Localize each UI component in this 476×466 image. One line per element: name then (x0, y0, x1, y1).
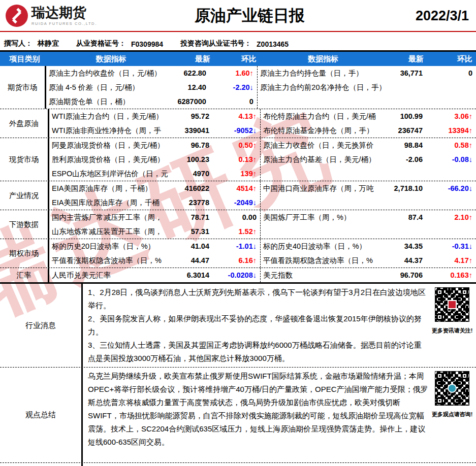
table-header: 项目类别 数据指标 最新 环比 数据指标 最新 环比 (0, 52, 476, 66)
category-label: 下游数据 (0, 210, 49, 239)
latest-value: 41.04 (173, 242, 224, 250)
section-label-industry: 行业消息 (0, 284, 83, 367)
group-rows: 原油主力合约收盘价（日，元/桶）622.801.60↑原油 4-5 价差（日，元… (46, 66, 476, 109)
latest-value: 6287000 (170, 97, 220, 106)
change-value: -2.20↓ (220, 83, 257, 91)
indicator-label: 平值看涨期权隐含波动率（日，% (49, 256, 173, 265)
latest-value: 36,771 (386, 69, 437, 77)
indicator-label: EIA美国库欣原油库存（周，千桶 (49, 198, 173, 208)
latest-value: 96.78 (173, 141, 224, 149)
table-row: 人民币兑美元汇率6.3014-0.0208↓ (49, 268, 260, 282)
group-rows: 人民币兑美元汇率6.3014-0.0208↓美元指数96.7060.163↑ (49, 268, 476, 282)
table-row: 布伦特原油主力合约（日，美元/桶100.993.06↑ (261, 109, 476, 123)
qr-code-viewpoint (435, 371, 469, 406)
report-content: 瑞达期货 RUIDA FUTURES CO.,LTD. 原油产业链日报 2022… (0, 0, 476, 466)
change-value: 2.10↑ (437, 213, 476, 221)
latest-value: -2.06 (386, 155, 437, 163)
indicator-label: 人民币兑美元汇率 (49, 271, 173, 280)
half-right: 原油主力收盘价（日，美元换算价98.840.58↑原油主力合约基差（日，美元/桶… (260, 138, 476, 181)
half-left: 阿曼原油现货价格（日，美元/桶）96.780.50↑胜利原油现货价格（日，美元/… (49, 138, 260, 181)
indicator-label: WTI原油非商业性净持仓（周，手 (49, 126, 173, 136)
half-right: 美元指数96.7060.163↑ (260, 268, 476, 282)
qr-caption-viewpoint: 更多观点请咨询! (432, 411, 473, 418)
latest-value: 100.23 (173, 155, 224, 163)
table-row: WTI原油非商业性净持仓（周，手339041-9052↓ (49, 123, 260, 138)
category-label: 期货市场 (0, 66, 46, 109)
latest-value: 12.40 (170, 83, 220, 91)
qr-finder-icon (436, 314, 443, 320)
group-rows: WTI原油主力合约（日，美元/桶）95.724.13↑WTI原油非商业性净持仓（… (49, 109, 476, 138)
section-viewpoint: 观点总结 乌克兰局势继续升级，欧美宣布禁止俄罗斯使用SWIFT国际结算系统，金融… (0, 367, 476, 462)
indicator-label: 美国炼厂开工率（周，%） (261, 213, 386, 222)
qr-finder-icon (436, 289, 443, 295)
col-latest-right: 最新 (386, 54, 437, 64)
section-label-focus: 重点关注 (0, 463, 83, 466)
section-label-viewpoint: 观点总结 (0, 368, 83, 462)
table-row: 美元指数96.7060.163↑ (261, 268, 476, 282)
table-row: 平值看涨期权隐含波动率（日，%44.476.16↑ (49, 253, 260, 268)
table-row: 平值看跌期权隐含波动率（日，%44.374.17↑ (261, 253, 476, 268)
viewpoint-text: 乌克兰局势继续升级，欧美宣布禁止俄罗斯使用SWIFT国际结算系统，金融市场避险情… (83, 368, 431, 462)
latest-value: 98.84 (386, 141, 437, 149)
change-value: 4.17↑ (437, 256, 476, 264)
half-left: WTI原油主力合约（日，美元/桶）95.724.13↑WTI原油非商业性净持仓（… (49, 109, 260, 138)
brand-logo-icon (5, 4, 28, 27)
category-label: 汇率 (0, 268, 49, 282)
change-value: 0.00 (224, 213, 260, 221)
table-body: 期货市场原油主力合约收盘价（日，元/桶）622.801.60↑原油 4-5 价差… (0, 66, 476, 284)
half-left: 原油主力合约收盘价（日，元/桶）622.801.60↑原油 4-5 价差（日，元… (46, 66, 257, 109)
report-page: 瑞达研究 瑞达期货 RUIDA FUTURES CO.,LTD. 原油产业链日报… (0, 0, 476, 466)
indicator-label: 原油 4-5 价差（日，元/桶） (46, 83, 170, 92)
latest-value: 44.47 (173, 256, 224, 264)
table-group: 现货市场阿曼原油现货价格（日，美元/桶）96.780.50↑胜利原油现货价格（日… (0, 138, 476, 181)
table-row: 标的历史40日波动率（日，%）34.35-0.31↓ (261, 239, 476, 253)
table-row: 美国炼厂开工率（周，%）87.42.10↑ (261, 210, 476, 224)
news-line: 1、2月28日，俄乌谈判消息人士沃斯克列先斯基表示，俄乌下一轮谈判有望于3月2日… (88, 286, 428, 312)
latest-value: 57.31 (173, 227, 224, 236)
table-row: 原油 4-5 价差（日，元/桶）12.40-2.20↓ (46, 80, 257, 94)
change-value: -0.08↓ (437, 155, 476, 163)
table-group: 期权市场标的历史20日波动率（日，%）41.04-1.01↓平值看涨期权隐含波动… (0, 239, 476, 268)
table-row (261, 167, 476, 181)
page-title: 原油产业链日报 (117, 5, 383, 26)
table-group: 下游数据国内主营炼厂常减压开工率（周，78.710.00山东地炼常减压装置开工率… (0, 210, 476, 239)
table-row: 原油期货仓单（日，桶）62870000 (46, 94, 257, 109)
category-label: 期权市场 (0, 239, 49, 268)
change-value: 139↑ (224, 170, 260, 178)
category-label: 产业情况 (0, 181, 49, 210)
change-value: 13394↑ (437, 126, 476, 135)
change-value: 4.13↑ (224, 112, 260, 120)
col-change-right: 环比 (437, 54, 476, 64)
advisory-number: Z0013465 (257, 40, 289, 48)
col-change-left: 环比 (224, 54, 260, 64)
table-row: 国内主营炼厂常减压开工率（周，78.710.00 (49, 210, 260, 224)
category-label: 现货市场 (0, 138, 49, 181)
col-indicator-left: 数据指标 (49, 54, 173, 64)
table-row (258, 94, 476, 109)
table-row: EIA美国原油库存（周，千桶）4160224514↑ (49, 181, 260, 195)
table-row: 原油主力合约收盘价（日，元/桶）622.801.60↑ (46, 66, 257, 80)
table-row: 山东地炼常减压装置开工率（周，57.311.52↑ (49, 224, 260, 239)
latest-value: 2,718.10 (386, 184, 437, 192)
indicator-label: 原油主力合约前20名净持仓（日，手） (258, 83, 386, 92)
change-value: -1.01↓ (224, 242, 260, 250)
latest-value: 339041 (173, 126, 224, 135)
change-value: -0.0208↓ (224, 271, 260, 279)
latest-value: 23778 (173, 198, 224, 207)
indicator-label: 阿曼原油现货价格（日，美元/桶） (49, 141, 173, 150)
group-rows: EIA美国原油库存（周，千桶）4160224514↑EIA美国库欣原油库存（周，… (49, 181, 476, 210)
indicator-label: WTI原油主力合约（日，美元/桶） (49, 112, 173, 121)
table-row: ESPO山东地区到岸评估价（日，元4970139↑ (49, 167, 260, 181)
author-label: 撰写人： (4, 39, 33, 48)
group-rows: 阿曼原油现货价格（日，美元/桶）96.780.50↑胜利原油现货价格（日，美元/… (49, 138, 476, 181)
table-row: 胜利原油现货价格（日，美元/桶）100.230.13↑ (49, 152, 260, 167)
indicator-label: 原油主力收盘价（日，美元换算价 (261, 141, 386, 150)
half-left: 国内主营炼厂常减压开工率（周，78.710.00山东地炼常减压装置开工率（周，5… (49, 210, 260, 239)
category-label: 外盘原油 (0, 109, 49, 138)
indicator-label: 山东地炼常减压装置开工率（周， (49, 227, 173, 237)
indicator-label: 平值看跌期权隐含波动率（日，% (261, 256, 386, 265)
indicator-label: 胜利原油现货价格（日，美元/桶） (49, 155, 173, 164)
author-name: 林静宜 (38, 39, 59, 48)
indicator-label: 美元指数 (261, 271, 386, 280)
table-row: 阿曼原油现货价格（日，美元/桶）96.780.50↑ (49, 138, 260, 152)
